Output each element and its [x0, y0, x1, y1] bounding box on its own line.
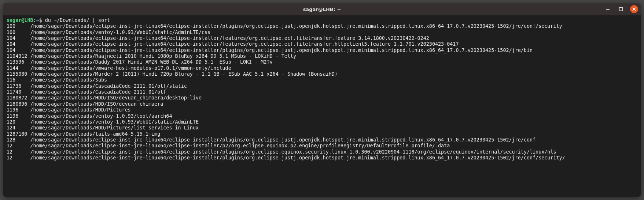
- titlebar[interactable]: sagar@LHB: ~: [3, 3, 641, 15]
- du-row: 1180872 /home/sagar/Downloads/HDD/ISO/de…: [7, 95, 202, 101]
- du-row: 1196 /home/sagar/Downloads/ventoy-1.0.93…: [7, 113, 172, 119]
- du-row: 100 /home/sagar/Downloads/ventoy-1.0.93/…: [7, 30, 210, 35]
- du-row: 12 /home/sagar/Downloads/eclipse-inst-jr…: [7, 155, 565, 161]
- du-row: 12 /home/sagar/Downloads/eclipse-inst-jr…: [7, 143, 450, 148]
- du-row: 104 /home/sagar/Downloads/eclipse-inst-j…: [7, 41, 459, 47]
- du-row: 1144 /home/sagar/Downloads/vmware-host-m…: [7, 65, 231, 71]
- maximize-icon: [619, 7, 623, 11]
- du-row: 120 /home/sagar/Downloads/ventoy-1.0.93/…: [7, 119, 199, 125]
- close-icon: [632, 7, 636, 11]
- minimize-button[interactable]: [604, 5, 612, 13]
- prompt-dollar: $: [39, 18, 45, 23]
- du-row: 1196 /home/sagar/Downloads/HDD/Pictures: [7, 107, 131, 113]
- window-controls: [604, 5, 638, 13]
- prompt-path: ~: [36, 18, 39, 23]
- svg-rect-1: [619, 8, 623, 11]
- du-row: 1155080 /home/sagar/Downloads/Murder 2 (…: [7, 71, 338, 77]
- output-lines: 100 /home/sagar/Downloads/eclipse-inst-j…: [7, 23, 565, 161]
- du-row: 104 /home/sagar/Downloads/eclipse-inst-j…: [7, 48, 533, 53]
- command-input: du ~/Downloads/ | sort: [45, 18, 110, 23]
- du-row: 104 /home/sagar/Downloads/eclipse-inst-j…: [7, 35, 429, 41]
- du-row: 1104312 /home/sagar/Downloads/Raajneeti …: [7, 53, 296, 59]
- maximize-button[interactable]: [617, 5, 625, 13]
- du-row: 1180896 /home/sagar/Downloads/HDD/ISO/de…: [7, 101, 163, 107]
- prompt-user-host: sagar@LHB: [7, 18, 33, 23]
- terminal-window: sagar@LHB: ~ sagar@LHB:~$ du ~/Downloads…: [3, 3, 641, 197]
- close-button[interactable]: [630, 5, 638, 13]
- du-row: 100 /home/sagar/Downloads/eclipse-inst-j…: [7, 23, 562, 29]
- minimize-icon: [606, 7, 610, 11]
- du-row: 11736 /home/sagar/Downloads/CascadiaCode…: [7, 83, 187, 89]
- du-row: 11740 /home/sagar/Downloads/CascadiaCode…: [7, 89, 166, 95]
- du-row: 128 /home/sagar/Downloads/eclipse-inst-j…: [7, 137, 536, 143]
- du-row: 113596 /home/sagar/Downloads/Daddy 2017 …: [7, 59, 273, 65]
- svg-rect-0: [606, 9, 610, 10]
- du-row: 124 /home/sagar/Downloads/HDD/Pictures/l…: [7, 125, 199, 131]
- du-row: 12 /home/sagar/Downloads/eclipse-inst-jr…: [7, 149, 556, 155]
- du-row: 1287180 /home/sagar/Downloads/tails-amd6…: [7, 131, 160, 137]
- terminal-body[interactable]: sagar@LHB:~$ du ~/Downloads/ | sort 100 …: [3, 15, 641, 197]
- prompt-colon: :: [33, 18, 36, 23]
- window-title: sagar@LHB: ~: [303, 7, 341, 12]
- du-row: 116 /home/sagar/Downloads/Subs: [7, 77, 107, 83]
